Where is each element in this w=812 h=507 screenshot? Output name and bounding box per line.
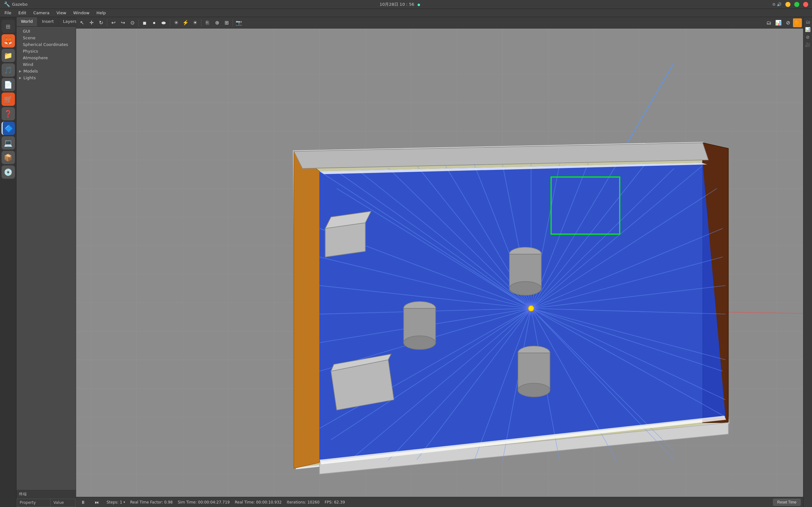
tab-insert[interactable]: Insert (38, 17, 58, 26)
steps-value: 1 (120, 500, 122, 504)
tree-physics[interactable]: Physics (16, 48, 76, 55)
app-name: Gazebo (12, 2, 28, 7)
taskbar-terminal[interactable]: 💻 (2, 136, 15, 150)
pause-button[interactable]: ⏸ (79, 498, 88, 507)
tree-models[interactable]: ▶ Models (16, 68, 76, 74)
menu-view[interactable]: View (53, 10, 69, 16)
toolbar-right-4[interactable]: 🔶 (793, 18, 802, 27)
taskbar-files[interactable]: 📁 (2, 49, 15, 62)
menubar: File Edit Camera View Window Help (0, 9, 812, 17)
toolbar-right-3[interactable]: ⊘ (783, 18, 792, 27)
titlebar: 🔧 Gazebo 10月28日 10：56 ● ⚙ 🔊 (0, 0, 812, 9)
spotlight-button[interactable]: ⚡ (181, 18, 190, 27)
toolbar: ↖ ✛ ↻ ↩ ↪ ⊙ ◼ ● ⬬ ✳ ⚡ ☀ ⎘ ⊕ ⊞ 📷 🗂 📊 ⊘ (76, 17, 803, 29)
taskbar-music[interactable]: 🎵 (2, 63, 15, 77)
taskbar-docs[interactable]: 📄 (2, 78, 15, 91)
sim-time-value: 00:00:04:27.719 (198, 500, 230, 504)
translate-button[interactable]: ✛ (87, 18, 96, 27)
taskbar-gazebo[interactable]: 🔷 (2, 122, 15, 135)
redo-button[interactable]: ↪ (118, 18, 127, 27)
steps-label: Steps: (107, 500, 119, 504)
iterations-value: 10260 (307, 500, 319, 504)
tab-world[interactable]: World (16, 17, 38, 26)
tree-wind[interactable]: Wind (16, 61, 76, 68)
models-label: Models (23, 69, 38, 73)
real-time-value: 00:00:10.932 (256, 500, 282, 504)
lights-label: Lights (23, 75, 36, 80)
models-arrow: ▶ (19, 69, 21, 73)
right-icon-3[interactable]: ⊘ (804, 34, 811, 41)
physics-label: Physics (23, 49, 38, 54)
gui-label: GUI (23, 29, 30, 34)
sep5 (233, 19, 233, 26)
scene-label: Scene (23, 36, 36, 40)
tree-atmosphere[interactable]: Atmosphere (16, 55, 76, 61)
right-icon-2[interactable]: 📊 (804, 26, 811, 33)
taskbar: ⊞ 🦊 📁 🎵 📄 🛒 ❓ 🔷 💻 📦 💿 (0, 17, 16, 507)
unknown-btn1[interactable]: ⊙ (128, 18, 137, 27)
fps-item: FPS: 62.39 (324, 500, 345, 504)
datetime: 10月28日 10：56 (380, 2, 414, 7)
taskbar-layers[interactable]: 📦 (2, 151, 15, 164)
toolbar-right-1[interactable]: 🗂 (764, 18, 773, 27)
tree-lights[interactable]: ▶ Lights (16, 74, 76, 81)
svg-point-84 (528, 305, 534, 311)
taskbar-apps-button[interactable]: ⊞ (2, 20, 15, 33)
rotate-button[interactable]: ↻ (96, 18, 105, 27)
scene-svg (76, 29, 803, 497)
viewport[interactable] (76, 29, 803, 497)
right-icon-4[interactable]: 🎥 (804, 41, 811, 48)
dirlight-button[interactable]: ☀ (191, 18, 200, 27)
main-area: ⊞ 🦊 📁 🎵 📄 🛒 ❓ 🔷 💻 📦 💿 World Insert Layer… (0, 17, 812, 507)
tree-scene[interactable]: Scene (16, 35, 76, 41)
titlebar-right: ⚙ 🔊 (772, 2, 808, 7)
property-table: Property Value (16, 498, 76, 507)
sim-time-item: Sim Time: 00:00:04:27.719 (177, 500, 230, 504)
fps-label: FPS: (324, 500, 333, 504)
taskbar-firefox[interactable]: 🦊 (2, 34, 15, 48)
pointlight-button[interactable]: ✳ (171, 18, 181, 27)
select-button[interactable]: ↖ (78, 18, 86, 27)
steps-arrow: ▾ (123, 500, 125, 504)
steps-item: Steps: 1 ▾ (107, 500, 125, 504)
value-col-header: Value (51, 499, 75, 506)
realtime-factor-item: Real Time Factor: 0.98 (130, 500, 172, 504)
undo-button[interactable]: ↩ (109, 18, 118, 27)
maximize-button[interactable] (794, 2, 799, 7)
sep3 (170, 19, 170, 26)
step-button[interactable]: ⏭ (93, 498, 101, 507)
sphere-button[interactable]: ● (150, 18, 159, 27)
cylinder-button[interactable]: ⬬ (159, 18, 168, 27)
property-title: 终端 (16, 490, 76, 498)
menu-window[interactable]: Window (70, 10, 93, 16)
taskbar-dvd[interactable]: 💿 (2, 165, 15, 179)
menu-file[interactable]: File (1, 10, 14, 16)
taskbar-help[interactable]: ❓ (2, 107, 15, 120)
snap-button[interactable]: ⊞ (222, 18, 231, 27)
close-button[interactable] (803, 2, 808, 7)
menu-help[interactable]: Help (93, 10, 109, 16)
menu-edit[interactable]: Edit (15, 10, 30, 16)
minimize-button[interactable] (785, 2, 791, 7)
property-panel: 终端 Property Value (16, 490, 76, 507)
realtime-factor-label: Real Time Factor: (130, 500, 163, 504)
screenshot-button[interactable]: 📷 (235, 18, 243, 27)
menu-camera[interactable]: Camera (30, 10, 53, 16)
box-button[interactable]: ◼ (140, 18, 149, 27)
app-icon: 🔧 (4, 1, 10, 7)
dot-indicator: ● (417, 3, 420, 6)
tree-spherical-coordinates[interactable]: Spherical Coordinates (16, 41, 76, 48)
real-time-label: Real Time: (235, 500, 255, 504)
svg-point-93 (518, 383, 550, 397)
reset-time-button[interactable]: Reset Time (773, 499, 801, 506)
tree-panel: GUI Scene Spherical Coordinates Physics … (16, 26, 76, 490)
right-icon-1[interactable]: 🗂 (804, 18, 811, 25)
wind-label: Wind (23, 62, 33, 67)
copy-button[interactable]: ⎘ (203, 18, 212, 27)
taskbar-appstore[interactable]: 🛒 (2, 93, 15, 106)
paste-button[interactable]: ⊕ (212, 18, 221, 27)
tree-gui[interactable]: GUI (16, 28, 76, 35)
statusbar: ⏸ ⏭ Steps: 1 ▾ Real Time Factor: 0.98 Si… (76, 497, 803, 507)
sim-time-label: Sim Time: (177, 500, 197, 504)
toolbar-right-2[interactable]: 📊 (774, 18, 783, 27)
